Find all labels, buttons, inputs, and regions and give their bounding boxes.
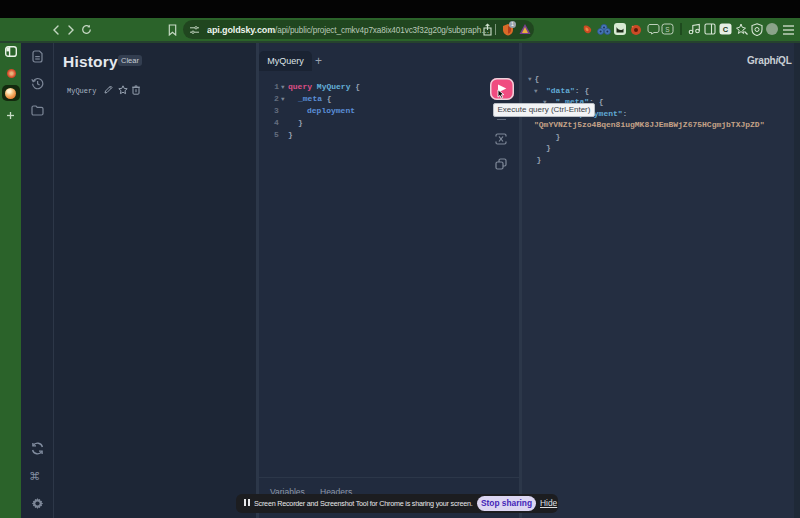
svg-text:C: C bbox=[723, 25, 729, 34]
svg-text:S: S bbox=[665, 26, 670, 33]
